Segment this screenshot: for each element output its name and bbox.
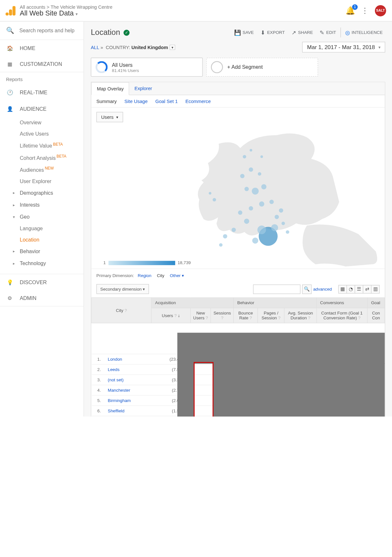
- avatar[interactable]: SALT: [375, 5, 386, 16]
- tab-map-overlay[interactable]: Map Overlay: [91, 82, 129, 95]
- secondary-dimension[interactable]: Secondary dimension ▾: [97, 284, 149, 294]
- subtab-site-usage[interactable]: Site Usage: [124, 98, 148, 104]
- svg-point-22: [250, 149, 252, 151]
- col-city[interactable]: City ?: [91, 298, 151, 323]
- export-button[interactable]: ⬇EXPORT: [258, 27, 287, 37]
- main: Location✓ 💾SAVE ⬇EXPORT ↗SHARE ✎EDIT ◎IN…: [84, 22, 392, 417]
- primary-dimension: Primary Dimension: Region City Other ▾: [91, 269, 385, 281]
- subtab-summary[interactable]: Summary: [97, 98, 117, 104]
- nav-discover[interactable]: 💡DISCOVER: [0, 274, 84, 290]
- sub-behavior[interactable]: ▸Behavior: [0, 245, 84, 257]
- svg-point-25: [282, 222, 285, 225]
- svg-point-2: [271, 224, 278, 231]
- more-menu-icon[interactable]: ⋮: [361, 6, 369, 15]
- sub-cohort[interactable]: Cohort AnalysisBETA: [0, 151, 84, 163]
- nav-audience[interactable]: 👤AUDIENCE: [0, 101, 84, 117]
- map[interactable]: 118,739: [91, 127, 385, 269]
- col-bounce[interactable]: Bounce Rate ?: [233, 308, 257, 323]
- col-contact2[interactable]: Con Con: [367, 308, 385, 323]
- data-table: City ? Acquisition Behavior Conversions …: [91, 297, 385, 417]
- col-users[interactable]: Users ? ↓: [151, 308, 191, 323]
- table-search-btn[interactable]: 🔍: [302, 284, 311, 294]
- donut-icon: [96, 61, 108, 73]
- sub-geo[interactable]: ▾Geo: [0, 211, 84, 223]
- dim-city[interactable]: City: [157, 273, 164, 278]
- page-title: Location✓: [91, 28, 129, 37]
- sub-lifetime-value[interactable]: Lifetime ValueBETA: [0, 139, 84, 151]
- account-breadcrumb[interactable]: All accounts > The Vehicle Wrapping Cent…: [20, 4, 112, 9]
- subtab-goal-set[interactable]: Goal Set 1: [155, 98, 178, 104]
- col-sessions[interactable]: Sessions ?: [211, 308, 234, 323]
- svg-point-9: [279, 208, 283, 212]
- sidebar: 🔍 🏠HOME ▦CUSTOMIZATION Reports 🕐REAL-TIM…: [0, 22, 84, 417]
- intelligence-button[interactable]: ◎INTELLIGENCE: [340, 27, 385, 37]
- edit-button[interactable]: ✎EDIT: [317, 27, 338, 37]
- segment-add[interactable]: + Add Segment: [206, 58, 318, 77]
- view-compare-icon[interactable]: ⇄: [363, 285, 372, 294]
- col-acquisition: Acquisition: [151, 298, 234, 308]
- nav-admin[interactable]: ⚙ADMIN: [0, 290, 84, 306]
- date-range[interactable]: Mar 1, 2017 - Mar 31, 2018▾: [302, 42, 385, 52]
- svg-point-18: [219, 243, 222, 247]
- nav-customization[interactable]: ▦CUSTOMIZATION: [0, 56, 84, 72]
- crumb-all[interactable]: ALL: [91, 45, 99, 50]
- sub-audiences[interactable]: AudiencesNEW: [0, 164, 84, 176]
- segment-all-users[interactable]: All Users81.41% Users: [91, 58, 203, 77]
- svg-point-8: [269, 200, 273, 204]
- sub-technology[interactable]: ▸Technology: [0, 257, 84, 269]
- svg-point-19: [213, 198, 216, 201]
- view-selector[interactable]: All Web Site Data ▾: [20, 9, 112, 17]
- country-dropdown[interactable]: ▾: [170, 45, 175, 50]
- view-pie-icon[interactable]: ◔: [346, 285, 355, 294]
- subtab-ecommerce[interactable]: Ecommerce: [185, 98, 211, 104]
- svg-point-17: [223, 234, 227, 238]
- svg-point-5: [238, 211, 242, 215]
- map-legend: 118,739: [103, 260, 191, 265]
- svg-point-3: [252, 238, 258, 244]
- sub-interests[interactable]: ▸Interests: [0, 199, 84, 211]
- crumb-country: United Kingdom: [131, 45, 168, 50]
- col-goal: Goal: [367, 298, 385, 308]
- sub-active-users[interactable]: Active Users: [0, 128, 84, 139]
- sub-demographics[interactable]: ▸Demographics: [0, 187, 84, 199]
- table-search[interactable]: [253, 284, 300, 294]
- svg-point-24: [274, 215, 279, 219]
- dim-region[interactable]: Region: [138, 273, 151, 278]
- share-button[interactable]: ↗SHARE: [289, 27, 315, 37]
- view-table-icon[interactable]: ▦: [338, 285, 347, 294]
- svg-point-12: [244, 187, 249, 191]
- sub-language[interactable]: Language: [0, 223, 84, 234]
- tab-explorer[interactable]: Explorer: [129, 82, 157, 95]
- view-pivot-icon[interactable]: ▥: [371, 285, 380, 294]
- col-new-users[interactable]: New Users ?: [191, 308, 211, 323]
- col-behavior: Behavior: [233, 298, 316, 308]
- svg-point-26: [286, 230, 289, 234]
- notifications-icon[interactable]: 🔔1: [346, 6, 355, 15]
- report-panel: Map Overlay Explorer Summary Site Usage …: [91, 82, 385, 417]
- col-pages[interactable]: Pages / Session ?: [258, 308, 284, 323]
- svg-point-14: [249, 168, 253, 172]
- col-contact[interactable]: Contact Form (Goal 1 Conversion Rate) ?: [316, 308, 367, 323]
- notif-badge: 1: [352, 4, 357, 10]
- ga-logo: [6, 6, 15, 15]
- svg-point-1: [257, 225, 266, 234]
- svg-point-20: [209, 192, 211, 195]
- search-input[interactable]: [19, 27, 77, 34]
- sub-overview[interactable]: Overview: [0, 117, 84, 129]
- search-icon: 🔍: [6, 27, 14, 35]
- sub-location[interactable]: Location: [0, 234, 84, 245]
- sub-user-explorer[interactable]: User Explorer: [0, 176, 84, 187]
- verified-icon: ✓: [124, 29, 130, 36]
- svg-point-10: [252, 188, 259, 194]
- nav-realtime[interactable]: 🕐REAL-TIME: [0, 84, 84, 101]
- dim-other[interactable]: Other ▾: [170, 273, 184, 278]
- view-perf-icon[interactable]: ☰: [355, 285, 363, 294]
- advanced-link[interactable]: advanced: [313, 287, 332, 292]
- col-duration[interactable]: Avg. Session Duration ?: [284, 308, 316, 323]
- top-bar: All accounts > The Vehicle Wrapping Cent…: [0, 0, 392, 22]
- metric-dropdown[interactable]: Users▾: [97, 112, 123, 122]
- save-button[interactable]: 💾SAVE: [232, 27, 256, 37]
- svg-point-13: [240, 174, 244, 178]
- reports-label: Reports: [0, 72, 84, 84]
- nav-home[interactable]: 🏠HOME: [0, 40, 84, 56]
